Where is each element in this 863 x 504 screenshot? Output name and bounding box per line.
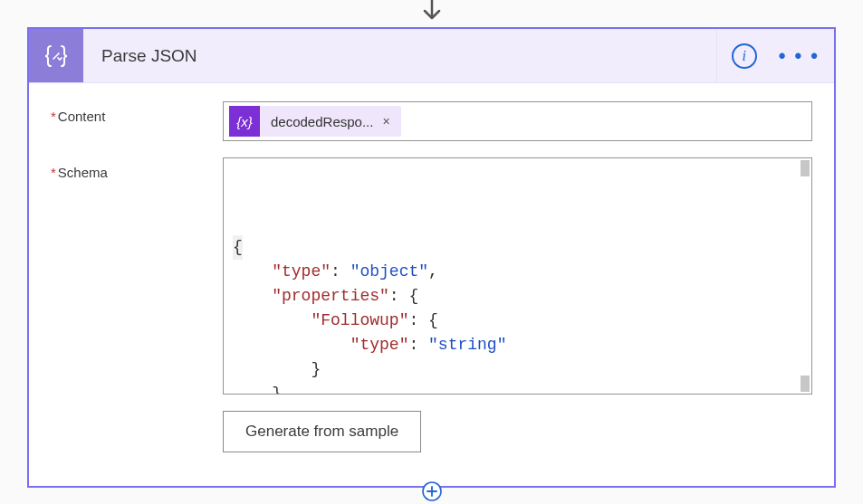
parse-json-card: Parse JSON i • • • *Content {x} decodedR… [27,27,836,488]
token-label: decodedRespo... [260,114,382,129]
more-menu-icon[interactable]: • • • [779,44,820,68]
scrollbar-top-icon[interactable] [801,160,810,176]
incoming-arrow-icon [420,0,444,29]
schema-label: *Schema [51,157,223,180]
header-actions: i • • • [717,29,834,82]
content-label: *Content [51,101,223,124]
content-token[interactable]: {x} decodedRespo... × [229,106,401,137]
card-header[interactable]: Parse JSON i • • • [29,29,834,83]
scrollbar-bottom-icon[interactable] [801,376,810,392]
card-title[interactable]: Parse JSON [83,29,717,82]
variable-icon: {x} [229,106,260,137]
schema-row: *Schema { "type": "object", "properties"… [51,157,812,395]
parse-json-icon [29,29,83,82]
content-row: *Content {x} decodedRespo... × [51,101,812,141]
card-body: *Content {x} decodedRespo... × *Schema [29,83,834,486]
generate-from-sample-button[interactable]: Generate from sample [223,411,421,452]
token-remove-icon[interactable]: × [382,114,389,128]
add-step-icon[interactable] [421,480,443,504]
schema-editor[interactable]: { "type": "object", "properties": { "Fol… [223,157,812,395]
info-icon[interactable]: i [732,43,757,69]
content-input[interactable]: {x} decodedRespo... × [223,101,812,141]
